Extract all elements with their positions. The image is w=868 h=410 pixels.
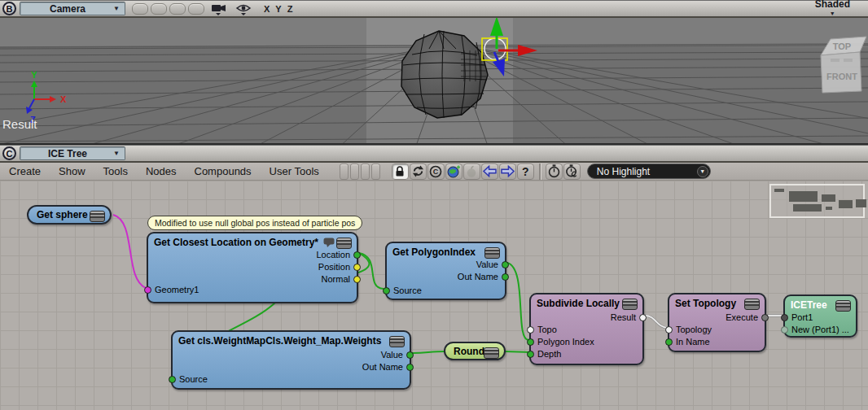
camera-icon[interactable] xyxy=(211,2,227,15)
node-subdivide-locally[interactable]: Subdivide Locally Result Topo Polygon In… xyxy=(529,293,644,365)
menu-user-tools[interactable]: User Tools xyxy=(261,165,328,177)
menu-compounds[interactable]: Compounds xyxy=(186,165,261,177)
viewport-letter-button[interactable]: B xyxy=(2,2,16,15)
axis-lock-y[interactable]: Y xyxy=(275,4,281,14)
menu-nodes[interactable]: Nodes xyxy=(137,165,186,177)
camera-view-label: Camera xyxy=(25,3,110,15)
chevron-down-icon: ▼ xyxy=(113,5,120,12)
lock-button[interactable] xyxy=(392,164,409,180)
node-menu-icon[interactable] xyxy=(484,247,500,259)
node-menu-icon[interactable] xyxy=(389,336,405,347)
port-polygon-index[interactable] xyxy=(527,338,534,346)
wire-weights-to-round[interactable] xyxy=(412,351,445,353)
port-result[interactable] xyxy=(639,314,647,321)
port-label-geometry1: Geometry1 xyxy=(155,285,199,294)
back-button[interactable] xyxy=(481,164,498,180)
highlight-dropdown[interactable]: No Highlight ▼ xyxy=(587,164,711,179)
memo-cam-button-2[interactable] xyxy=(151,3,167,15)
node-menu-icon[interactable] xyxy=(744,299,760,310)
minimap-block xyxy=(856,199,866,207)
node-menu-icon[interactable] xyxy=(484,347,499,359)
port-value[interactable] xyxy=(502,261,509,268)
c-button[interactable]: C xyxy=(427,164,445,180)
axis-lock-x[interactable]: X xyxy=(264,4,270,14)
node-round[interactable]: Round xyxy=(444,342,506,360)
memo-cam-button-4[interactable] xyxy=(188,3,204,15)
refresh-button[interactable] xyxy=(410,164,427,180)
port-value[interactable] xyxy=(406,351,414,359)
timer-cache-button[interactable] xyxy=(563,164,581,180)
port-label-source: Source xyxy=(393,286,422,295)
minimap-block xyxy=(822,194,835,202)
node-menu-icon[interactable] xyxy=(336,238,352,249)
apple-icon xyxy=(465,165,478,178)
forward-button[interactable] xyxy=(499,164,516,180)
gizmo-y-label: Y xyxy=(31,70,37,80)
port-normal[interactable] xyxy=(353,276,361,283)
port-label-topology: Topology xyxy=(676,325,712,334)
nav-cube[interactable]: TOP FRONT xyxy=(821,37,866,93)
toolbar-slot xyxy=(340,164,349,180)
node-get-sphere[interactable]: Get sphere xyxy=(27,205,112,225)
node-menu-icon[interactable] xyxy=(622,299,638,310)
camera-view-menu[interactable]: Camera ▼ xyxy=(20,2,125,15)
ice-view-label: ICE Tree xyxy=(25,148,110,159)
port-topology[interactable] xyxy=(665,326,673,334)
port-label-depth: Depth xyxy=(537,349,561,359)
globe-icon xyxy=(446,164,461,179)
port-source[interactable] xyxy=(169,376,176,383)
node-menu-icon[interactable] xyxy=(835,300,851,312)
port-outname[interactable] xyxy=(406,364,414,371)
node-get-weights[interactable]: Get cls.WeightMapCls.Weight_Map.Weights … xyxy=(171,330,411,390)
memo-cam-button-1[interactable] xyxy=(132,3,148,15)
port-geometry1[interactable] xyxy=(144,286,151,294)
port-topo[interactable] xyxy=(527,326,534,334)
toolbar-slot xyxy=(350,164,359,180)
menu-tools[interactable]: Tools xyxy=(94,165,137,177)
chevron-down-icon: ▼ xyxy=(113,150,120,157)
ice-graph-canvas[interactable]: Get sphere Modified to use null global p… xyxy=(0,181,868,410)
viewport-header: B Camera ▼ xyxy=(0,0,868,18)
node-icetree[interactable]: ICETree Port1 New (Port1) ... xyxy=(783,294,857,338)
port-label-position: Position xyxy=(318,262,350,272)
chevron-down-icon: ▼ xyxy=(830,9,835,18)
viewport-canvas[interactable]: Y X Z Result TOP FRONT xyxy=(0,18,868,143)
port-label-result: Result xyxy=(611,312,636,322)
port-execute[interactable] xyxy=(761,314,769,321)
memo-cam-button-3[interactable] xyxy=(169,3,186,15)
port-depth[interactable] xyxy=(527,351,534,358)
comment-icon[interactable] xyxy=(323,238,335,247)
eye-icon[interactable] xyxy=(235,2,252,15)
port-port1[interactable] xyxy=(781,314,788,321)
node-menu-icon[interactable] xyxy=(90,211,105,222)
port-source[interactable] xyxy=(383,287,390,294)
minimap-block xyxy=(789,191,818,202)
port-new-port[interactable] xyxy=(781,326,788,334)
toolbar-slot xyxy=(371,164,380,180)
timer-button[interactable] xyxy=(546,164,563,180)
node-get-closest-location[interactable]: Get Closest Location on Geometry* Locati… xyxy=(147,232,358,303)
port-in-name[interactable] xyxy=(665,338,673,346)
apple-button[interactable] xyxy=(463,164,480,180)
port-label-outname: Out Name xyxy=(362,362,403,372)
axis-lock-z[interactable]: Z xyxy=(287,4,293,14)
node-set-topology[interactable]: Set Topology Execute Topology In Name xyxy=(668,293,766,352)
ice-letter-button[interactable]: C xyxy=(2,146,16,160)
sphere-mesh[interactable] xyxy=(401,31,490,118)
ice-view-menu[interactable]: ICE Tree ▼ xyxy=(20,146,125,160)
port-label-polygon-index: Polygon Index xyxy=(537,337,594,347)
menu-create[interactable]: Create xyxy=(0,165,50,177)
port-outname[interactable] xyxy=(502,273,509,281)
chevron-down-icon: ▼ xyxy=(697,166,708,177)
graph-minimap[interactable] xyxy=(769,184,865,218)
display-mode-menu[interactable]: Shaded ▼ xyxy=(815,0,850,18)
node-get-polygonindex[interactable]: Get PolygonIndex Value Out Name Source xyxy=(385,242,506,300)
menu-show[interactable]: Show xyxy=(50,165,94,177)
port-position[interactable] xyxy=(353,264,361,271)
help-button[interactable]: ? xyxy=(517,164,534,180)
wire-value-to-polygonindex[interactable] xyxy=(507,263,528,340)
globe-button[interactable] xyxy=(445,164,462,180)
wire-sphere-to-geometry1[interactable] xyxy=(113,215,146,288)
port-label-execute: Execute xyxy=(726,312,758,322)
port-location[interactable] xyxy=(353,251,361,259)
